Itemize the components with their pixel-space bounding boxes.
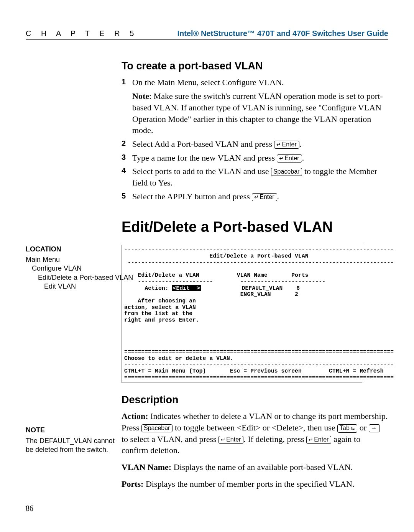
term-title: Edit/Delete a Port-based VLAN (210, 253, 309, 259)
step-number: 1 (122, 77, 132, 136)
desc-text: Displays the number of member ports in t… (143, 479, 354, 489)
step-body: Select ports to add to the VLAN and use … (132, 166, 388, 188)
desc-text: to select a VLAN, and press (122, 434, 219, 444)
step-body: On the Main Menu, select Configure VLAN.… (132, 77, 388, 136)
note-text: The DEFAULT_VLAN cannot be deleted from … (26, 437, 122, 455)
note-head: NOTE (26, 426, 122, 435)
page-header: C H A P T E R 5 Intel® NetStructure™ 470… (26, 19, 388, 38)
arrow-right-key-icon: → (369, 424, 380, 432)
desc-vlan-label: VLAN Name: (122, 462, 171, 472)
desc-ports: Ports: Displays the number of member por… (122, 478, 388, 490)
term-col-ports: Ports (291, 272, 309, 278)
terminal-screenshot: ----------------------------------------… (122, 245, 362, 383)
step-text: Type a name for the new VLAN and press (132, 153, 277, 163)
loc-item: Main Menu (26, 255, 122, 264)
guide-title: Intel® NetStructure™ 470T and 470F Switc… (177, 29, 388, 38)
term-border: ----------------------------------------… (124, 247, 394, 253)
step-number: 4 (122, 166, 132, 188)
enter-key-icon: Enter (306, 436, 331, 444)
tab-key-icon: Tab (337, 424, 357, 433)
spacebar-key-icon: Spacebar (271, 168, 302, 176)
create-vlan-steps: 1 On the Main Menu, select Configure VLA… (122, 77, 388, 202)
term-status: Choose to edit or delete a VLAN. (124, 355, 233, 361)
location-head: LOCATION (26, 245, 122, 254)
location-breadcrumb: Main Menu Configure VLAN Edit/Delete a P… (26, 255, 122, 291)
term-action-label: Action: (145, 285, 168, 291)
step-body: Select the APPLY button and press Enter. (132, 191, 388, 202)
desc-vlan-name: VLAN Name: Displays the name of an avail… (122, 461, 388, 473)
chapter-label: C H A P T E R 5 (26, 29, 138, 38)
step-text: On the Main Menu, select Configure VLAN. (132, 77, 284, 87)
step-note: Note: Make sure the switch's current VLA… (132, 90, 388, 136)
step-text: Select Add a Port-based VLAN and press (132, 139, 274, 149)
note-bold: Note (132, 91, 149, 101)
term-row-ports: 6 (296, 285, 300, 291)
edit-delete-heading: Edit/Delete a Port-based VLAN (122, 217, 388, 237)
page-number: 86 (26, 504, 33, 513)
note-text: : Make sure the switch's current VLAN op… (132, 91, 383, 135)
description-heading: Description (122, 393, 388, 407)
desc-action-label: Action: (122, 411, 148, 421)
desc-action: Action: Indicates whether to delete a VL… (122, 410, 388, 456)
step-text: . (277, 192, 279, 201)
enter-key-icon: Enter (252, 193, 277, 201)
step-number: 3 (122, 152, 132, 164)
desc-text: to toggle between <Edit> or <Delete>, th… (172, 423, 337, 432)
step-text: Select the APPLY button and press (132, 192, 252, 201)
enter-key-icon: Enter (274, 141, 299, 149)
loc-item: Edit VLAN (44, 282, 122, 291)
desc-text: or (357, 423, 368, 432)
term-foot-right: CTRL+R = Refresh (329, 368, 383, 374)
term-row-name: DEFAULT_VLAN (242, 285, 283, 291)
term-action-value: <Edit > (172, 285, 201, 291)
term-row-ports: 2 (295, 291, 298, 297)
term-foot-mid: Esc = Previous screen (230, 368, 302, 374)
step-body: Select Add a Port-based VLAN and press E… (132, 138, 388, 150)
term-col-vlan: VLAN Name (237, 272, 268, 278)
enter-key-icon: Enter (219, 436, 243, 444)
term-hint: After choosing an action, select a VLAN … (124, 298, 199, 323)
loc-item: Configure VLAN (32, 264, 122, 273)
step-number: 5 (122, 191, 132, 202)
desc-ports-label: Ports: (122, 479, 143, 489)
term-foot-left: CTRL+T = Main Menu (Top) (124, 368, 206, 374)
enter-key-icon: Enter (277, 154, 302, 163)
term-left-head: Edit/Delete a VLAN (138, 272, 199, 278)
loc-item: Edit/Delete a Port-based VLAN (38, 273, 122, 282)
step-text: Select ports to add to the VLAN and use (132, 166, 271, 176)
step-number: 2 (122, 138, 132, 150)
desc-text: Displays the name of an available port-b… (171, 462, 353, 472)
step-body: Type a name for the new VLAN and press E… (132, 152, 388, 164)
create-vlan-heading: To create a port-based VLAN (122, 59, 388, 73)
step-text: . (302, 153, 304, 163)
term-row-name: ENGR_VLAN (240, 291, 271, 297)
desc-text: . If deleting, press (243, 434, 306, 444)
step-text: . (299, 139, 302, 149)
spacebar-key-icon: Spacebar (141, 424, 173, 432)
header-rule (26, 39, 388, 40)
